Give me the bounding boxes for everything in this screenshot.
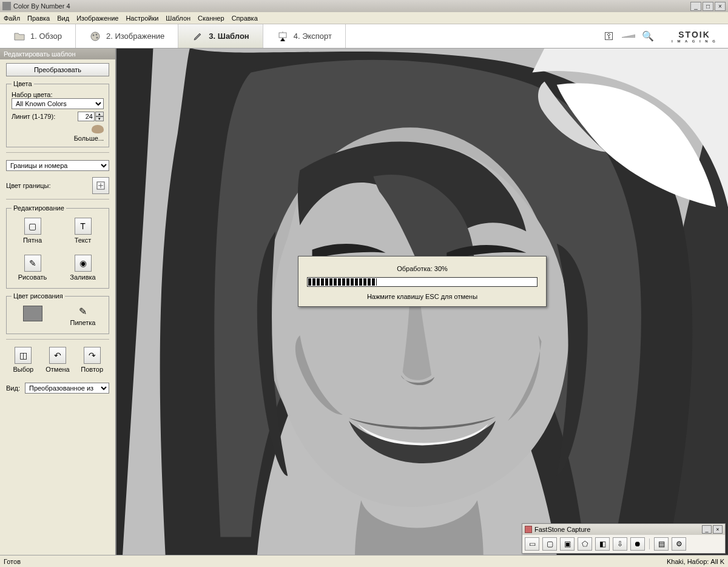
current-color-swatch[interactable] xyxy=(23,306,42,321)
close-button[interactable]: × xyxy=(715,2,726,11)
step-label: 3. Шаблон xyxy=(209,32,249,41)
undo-label: Отмена xyxy=(46,366,69,373)
fs-record-icon[interactable]: ⏺ xyxy=(630,537,645,551)
brand-subtext: I M A G I N G xyxy=(672,39,717,43)
step-label: 2. Изображение xyxy=(106,32,164,41)
zoom-slider-icon[interactable] xyxy=(622,30,635,43)
app-icon xyxy=(2,2,11,10)
svg-point-3 xyxy=(96,36,98,38)
border-color-button[interactable] xyxy=(92,177,109,194)
editing-group: Редактирование ▢ Пятна T Текст ✎ Рисоват… xyxy=(6,204,109,289)
colors-group: Цвета Набор цвета: All Known Colors Лини… xyxy=(6,80,109,147)
select-tool[interactable]: ◫ xyxy=(15,347,32,364)
border-color-label: Цвет границы: xyxy=(6,182,89,189)
redo-label: Повтор xyxy=(81,366,103,373)
eyedropper-label: Пипетка xyxy=(70,319,96,326)
draw-color-legend: Цвет рисования xyxy=(12,292,65,300)
step-label: 1. Обзор xyxy=(30,32,62,41)
transform-button[interactable]: Преобразовать xyxy=(6,63,109,76)
fs-capture-window-icon[interactable]: ▭ xyxy=(525,537,539,551)
brand-text: STOIK xyxy=(678,30,710,39)
fs-capture-scroll-icon[interactable]: ⇩ xyxy=(613,537,627,551)
eyedropper-tool[interactable]: ✎ xyxy=(79,306,87,317)
brush-icon xyxy=(192,30,204,42)
menu-settings[interactable]: Настройки xyxy=(126,15,158,22)
palette-more-icon xyxy=(92,125,104,133)
view-select[interactable]: Преобразованное из xyxy=(25,383,109,394)
menu-help[interactable]: Справка xyxy=(232,15,258,22)
easel-icon xyxy=(277,30,289,42)
fill-tool[interactable]: ◉ xyxy=(75,255,92,272)
svg-point-0 xyxy=(91,32,99,41)
status-left: Готов xyxy=(4,558,21,565)
faststone-close[interactable]: × xyxy=(713,525,723,534)
limit-label: Линит (1-179): xyxy=(12,113,74,120)
svg-point-1 xyxy=(93,34,95,36)
fs-capture-freehand-icon[interactable]: ⬠ xyxy=(578,537,592,551)
magnifier-icon[interactable]: 🔍 xyxy=(641,30,655,43)
faststone-minimize[interactable]: _ xyxy=(702,525,712,534)
brand-logo: STOIK I M A G I N G xyxy=(661,24,728,48)
limit-input[interactable] xyxy=(78,112,95,121)
progress-dialog: Обработка: 30% Нажмите клавишу ESC для о… xyxy=(298,256,547,307)
view-label: Вид: xyxy=(6,384,20,392)
progress-bar xyxy=(307,277,538,287)
faststone-icon xyxy=(525,526,532,533)
faststone-toolbar: ▭ ▢ ▣ ⬠ ◧ ⇩ ⏺ ▤ ⚙ xyxy=(522,535,725,553)
menu-edit[interactable]: Правка xyxy=(27,15,50,22)
steps-toolbar: 1. Обзор 2. Изображение 3. Шаблон 4. Экс… xyxy=(0,24,728,49)
faststone-title: FastStone Capture xyxy=(534,526,590,533)
undo-button[interactable]: ↶ xyxy=(49,347,66,364)
menubar: Файл Правка Вид Изображение Настройки Ша… xyxy=(0,12,728,24)
key-icon[interactable]: ⚿ xyxy=(602,30,616,43)
sidebar-title: Редактировать шаблон xyxy=(0,49,115,59)
fs-capture-fixed-icon[interactable]: ◧ xyxy=(595,537,610,551)
borders-select[interactable]: Границы и номера xyxy=(6,160,109,171)
faststone-window[interactable]: FastStone Capture _ × ▭ ▢ ▣ ⬠ ◧ ⇩ ⏺ ▤ ⚙ xyxy=(522,523,726,554)
color-set-select[interactable]: All Known Colors xyxy=(12,98,104,109)
text-tool[interactable]: T xyxy=(75,218,92,235)
draw-tool[interactable]: ✎ xyxy=(24,255,41,272)
status-right: Khaki, Набор: All K xyxy=(667,558,724,565)
progress-hint: Нажмите клавишу ESC для отмены xyxy=(307,293,538,300)
svg-marker-5 xyxy=(622,35,635,37)
limit-spin-down[interactable]: ▾ xyxy=(95,116,104,121)
folder-icon xyxy=(13,30,25,42)
maximize-button[interactable]: □ xyxy=(703,2,713,11)
step-overview[interactable]: 1. Обзор xyxy=(0,24,76,48)
menu-file[interactable]: Файл xyxy=(4,15,20,22)
window-titlebar: Color By Number 4 _ □ × xyxy=(0,0,728,12)
menu-scanner[interactable]: Сканнер xyxy=(198,15,224,22)
svg-rect-4 xyxy=(279,33,286,38)
step-image[interactable]: 2. Изображение xyxy=(76,24,178,48)
fill-label: Заливка xyxy=(70,273,95,281)
colors-legend: Цвета xyxy=(12,80,34,87)
palette-icon xyxy=(89,30,101,42)
fs-settings-icon[interactable]: ⚙ xyxy=(672,537,686,551)
spots-label: Пятна xyxy=(23,237,42,244)
minimize-button[interactable]: _ xyxy=(690,2,701,11)
limit-spin-up[interactable]: ▴ xyxy=(95,112,104,116)
menu-view[interactable]: Вид xyxy=(57,15,69,22)
step-label: 4. Экспорт xyxy=(294,32,332,41)
step-export[interactable]: 4. Экспорт xyxy=(263,24,346,48)
draw-color-group: Цвет рисования ✎ Пипетка xyxy=(6,292,109,334)
canvas[interactable]: Обработка: 30% Нажмите клавишу ESC для о… xyxy=(115,49,728,555)
select-label: Выбор xyxy=(13,366,33,373)
editing-legend: Редактирование xyxy=(12,204,66,212)
fs-capture-fullscreen-icon[interactable]: ▢ xyxy=(542,537,557,551)
redo-button[interactable]: ↷ xyxy=(84,347,101,364)
faststone-titlebar[interactable]: FastStone Capture _ × xyxy=(522,524,725,535)
menu-image[interactable]: Изображение xyxy=(76,15,118,22)
statusbar: Готов Khaki, Набор: All K xyxy=(0,555,728,567)
fs-output-icon[interactable]: ▤ xyxy=(654,537,669,551)
more-colors-link[interactable]: Больше... xyxy=(74,135,104,142)
fs-capture-rect-icon[interactable]: ▣ xyxy=(560,537,575,551)
menu-template[interactable]: Шаблон xyxy=(166,15,190,22)
step-template[interactable]: 3. Шаблон xyxy=(178,24,263,48)
sidebar: Преобразовать Цвета Набор цвета: All Kno… xyxy=(0,59,115,400)
text-label: Текст xyxy=(75,237,92,244)
progress-fill xyxy=(308,278,377,286)
spots-tool[interactable]: ▢ xyxy=(24,218,41,235)
svg-point-2 xyxy=(96,33,98,35)
